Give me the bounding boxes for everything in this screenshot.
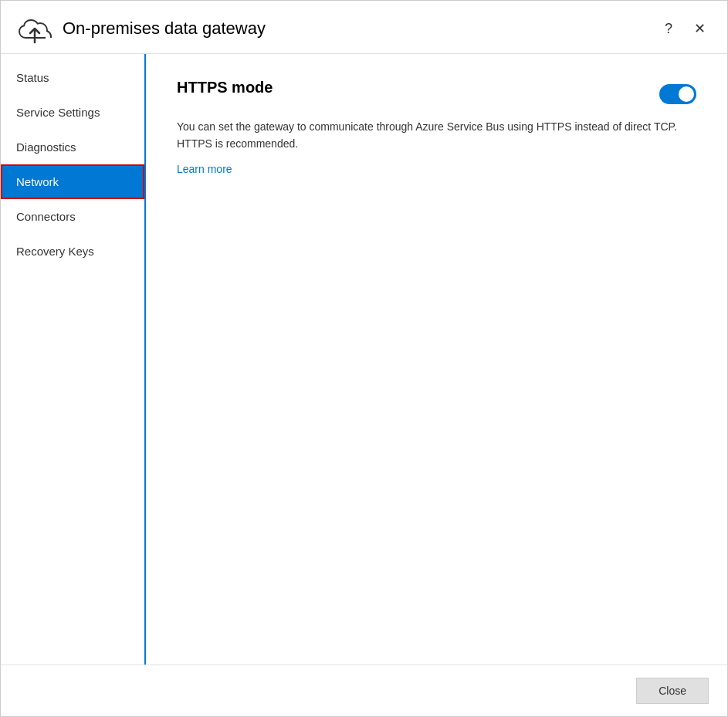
app-window: On-premises data gateway ? ✕ Status Serv… — [0, 0, 728, 717]
learn-more-link[interactable]: Learn more — [177, 163, 232, 175]
app-title: On-premises data gateway — [63, 19, 266, 39]
sidebar-item-status[interactable]: Status — [1, 60, 144, 95]
sidebar: Status Service Settings Diagnostics Netw… — [1, 54, 146, 665]
cloud-upload-icon — [16, 13, 53, 44]
https-toggle[interactable] — [659, 84, 696, 104]
sidebar-item-network[interactable]: Network — [1, 164, 144, 199]
sidebar-item-diagnostics[interactable]: Diagnostics — [1, 130, 144, 164]
https-mode-title: HTTPS mode — [177, 79, 273, 96]
close-button[interactable]: Close — [636, 678, 709, 704]
footer: Close — [1, 665, 727, 716]
main-content: HTTPS mode You can set the gateway to co… — [146, 54, 727, 665]
title-bar: On-premises data gateway ? ✕ — [1, 1, 727, 53]
content-area: Status Service Settings Diagnostics Netw… — [1, 54, 727, 665]
https-mode-header: HTTPS mode — [177, 79, 696, 109]
https-mode-description: You can set the gateway to communicate t… — [177, 118, 686, 153]
help-button[interactable]: ? — [659, 19, 679, 39]
close-window-button[interactable]: ✕ — [688, 19, 712, 39]
sidebar-item-connectors[interactable]: Connectors — [1, 199, 144, 234]
toggle-slider — [659, 84, 696, 104]
sidebar-item-service-settings[interactable]: Service Settings — [1, 95, 144, 130]
sidebar-item-recovery-keys[interactable]: Recovery Keys — [1, 234, 144, 269]
toggle-container — [659, 84, 696, 104]
title-controls: ? ✕ — [659, 19, 712, 39]
title-left: On-premises data gateway — [16, 13, 266, 44]
